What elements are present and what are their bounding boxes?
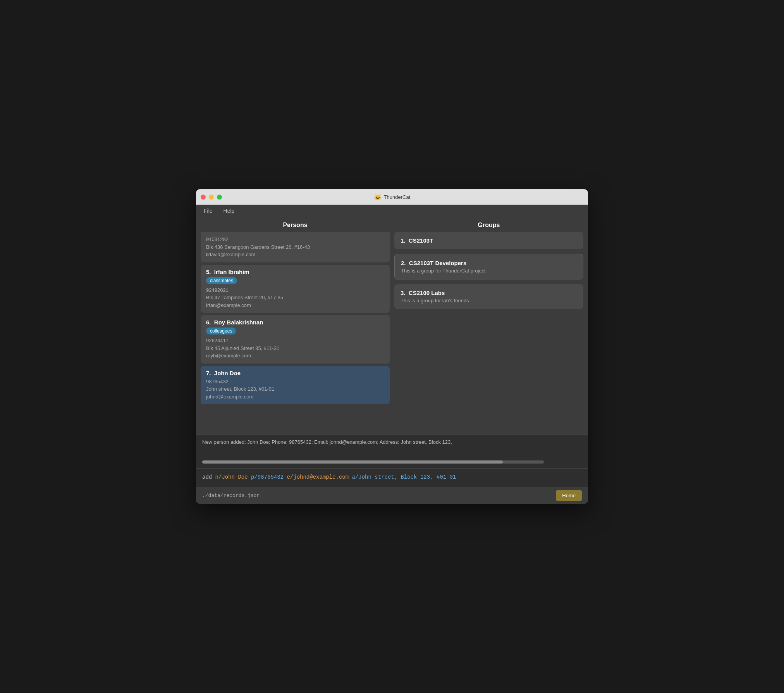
group-3-desc: This is a group for lab's friends (401, 298, 577, 303)
person-6-email: royb@example.com (206, 352, 384, 360)
person-5-name: 5. Irfan Ibrahim (206, 269, 384, 275)
menu-help[interactable]: Help (222, 207, 236, 215)
minimize-button[interactable] (209, 195, 214, 200)
window-title: 🐱 ThunderCat (374, 193, 411, 201)
cmd-segment-2: n/John Doe (215, 474, 251, 480)
person-4-email: lidavid@example.com (206, 251, 384, 259)
person-7-address: John street, Block 123, #01-01 (206, 385, 384, 393)
progress-area (196, 457, 588, 468)
main-content: Persons 91031282 Blk 436 Serangoon Garde… (196, 217, 588, 434)
group-2-desc: This is a group for ThunderCat project (401, 268, 577, 274)
person-7-phone: 98765432 (206, 378, 384, 386)
bottom-bar: ./data/records.json Home (196, 487, 588, 504)
traffic-lights (201, 195, 222, 200)
progress-bar-container (202, 460, 544, 464)
status-bar: New person added: John Doe; Phone: 98765… (196, 434, 588, 457)
cmd-segment-5: a/John street, Block 123, #01-01 (352, 474, 456, 480)
person-5-email: irfan@example.com (206, 302, 384, 309)
menu-file[interactable]: File (202, 207, 214, 215)
cmd-segment-4: e/johnd@example.com (287, 474, 352, 480)
app-icon: 🐱 (374, 193, 382, 201)
command-display: add n/John Doe p/98765432 e/johnd@exampl… (202, 473, 582, 482)
person-4-address: Blk 436 Serangoon Gardens Street 26, #16… (206, 243, 384, 251)
titlebar: 🐱 ThunderCat (196, 189, 588, 205)
command-bar: add n/John Doe p/98765432 e/johnd@exampl… (196, 468, 588, 487)
status-message: New person added: John Doe; Phone: 98765… (202, 439, 452, 445)
groups-list: 1. CS2103T 2. CS2103T Developers This is… (394, 232, 583, 429)
persons-panel: Persons 91031282 Blk 436 Serangoon Garde… (201, 222, 390, 429)
progress-bar-fill (202, 460, 503, 464)
group-card-3[interactable]: 3. CS2100 Labs This is a group for lab's… (394, 284, 583, 309)
home-button[interactable]: Home (556, 490, 582, 501)
maximize-button[interactable] (217, 195, 222, 200)
groups-panel: Groups 1. CS2103T 2. CS2103T Developers … (394, 222, 583, 429)
group-card-1[interactable]: 1. CS2103T (394, 232, 583, 249)
person-card-4[interactable]: 91031282 Blk 436 Serangoon Gardens Stree… (201, 232, 390, 262)
cmd-segment-3: p/98765432 (251, 474, 287, 480)
window-title-text: ThunderCat (384, 194, 411, 200)
person-6-name: 6. Roy Balakrishnan (206, 319, 384, 326)
group-1-name: 1. CS2103T (401, 237, 577, 244)
person-6-address: Blk 45 Aljunied Street 85, #11-31 (206, 345, 384, 352)
person-5-address: Blk 47 Tampines Street 20, #17-35 (206, 294, 384, 302)
persons-list: 91031282 Blk 436 Serangoon Gardens Stree… (201, 232, 390, 429)
close-button[interactable] (201, 195, 206, 200)
person-card-5[interactable]: 5. Irfan Ibrahim classmates 92492021 Blk… (201, 265, 390, 313)
app-window: 🐱 ThunderCat File Help Persons 91031282 … (196, 189, 588, 504)
person-7-name: 7. John Doe (206, 370, 384, 376)
menubar: File Help (196, 205, 588, 217)
group-3-name: 3. CS2100 Labs (401, 290, 577, 296)
person-6-phone: 92624417 (206, 337, 384, 345)
groups-header: Groups (394, 222, 583, 232)
person-7-email: johnd@example.com (206, 393, 384, 401)
group-card-2[interactable]: 2. CS2103T Developers This is a group fo… (394, 254, 583, 279)
person-6-tag: colleagues (206, 328, 236, 334)
person-5-tag: classmates (206, 277, 237, 284)
persons-header: Persons (201, 222, 390, 232)
group-2-name: 2. CS2103T Developers (401, 260, 577, 266)
person-5-phone: 92492021 (206, 286, 384, 294)
cmd-segment-1: add (202, 474, 215, 480)
person-card-7[interactable]: 7. John Doe 98765432 John street, Block … (201, 366, 390, 405)
file-path: ./data/records.json (202, 493, 260, 498)
person-4-phone: 91031282 (206, 236, 384, 243)
person-card-6[interactable]: 6. Roy Balakrishnan colleagues 92624417 … (201, 315, 390, 364)
